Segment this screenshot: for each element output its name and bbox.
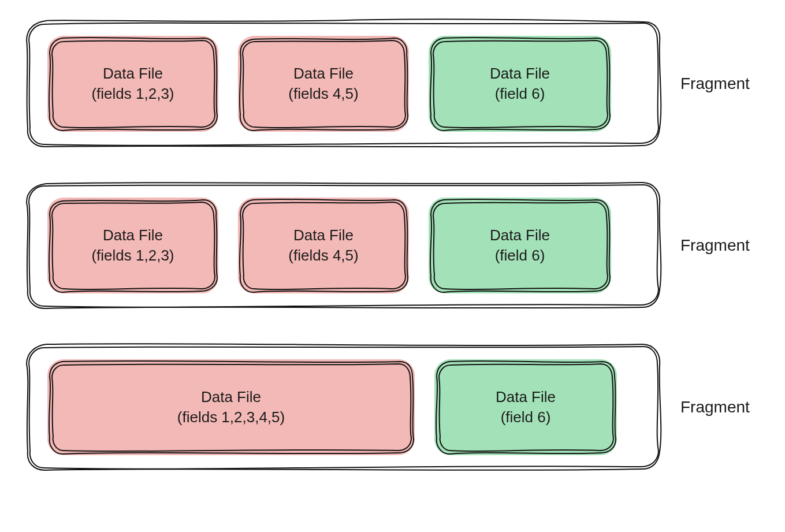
data-file-box: Data File (field 6) [433, 358, 618, 456]
fragment-label: Fragment [680, 75, 750, 93]
data-file-fields: (fields 1,2,3,4,5) [177, 407, 285, 427]
data-file-box: Data File (fields 4,5) [237, 35, 410, 133]
fragment-row: Data File (fields 1,2,3) Data File (fiel… [23, 179, 762, 312]
data-file-box: Data File (fields 1,2,3) [46, 196, 219, 295]
fragment-row: Data File (fields 1,2,3) Data File (fiel… [23, 17, 762, 150]
data-file-title: Data File [103, 225, 163, 245]
data-file-title: Data File [293, 64, 354, 84]
fragment-label: Fragment [680, 236, 750, 255]
data-file-title: Data File [293, 225, 354, 245]
data-file-title: Data File [103, 64, 163, 84]
data-file-box: Data File (field 6) [427, 196, 612, 295]
data-file-fields: (fields 4,5) [288, 84, 358, 104]
data-file-title: Data File [201, 387, 261, 407]
data-file-box: Data File (fields 1,2,3) [46, 35, 219, 133]
data-file-fields: (fields 4,5) [288, 245, 358, 266]
data-file-box: Data File (field 6) [427, 35, 612, 133]
data-file-fields: (fields 1,2,3) [91, 84, 174, 104]
fragment-container: Data File (fields 1,2,3) Data File (fiel… [23, 179, 664, 312]
fragment-row: Data File (fields 1,2,3,4,5) Data File (… [23, 341, 762, 474]
data-file-title: Data File [490, 225, 550, 245]
data-file-fields: (field 6) [495, 84, 545, 104]
data-file-fields: (field 6) [501, 407, 551, 427]
fragment-container: Data File (fields 1,2,3) Data File (fiel… [23, 17, 664, 150]
diagram: Data File (fields 1,2,3) Data File (fiel… [12, 12, 773, 479]
fragment-container: Data File (fields 1,2,3,4,5) Data File (… [23, 341, 664, 474]
data-file-box: Data File (fields 4,5) [237, 196, 410, 295]
data-file-title: Data File [496, 387, 556, 407]
data-file-fields: (fields 1,2,3) [91, 245, 174, 266]
data-file-title: Data File [490, 64, 550, 84]
data-file-fields: (field 6) [495, 245, 545, 266]
data-file-box: Data File (fields 1,2,3,4,5) [46, 358, 416, 456]
fragment-label: Fragment [680, 398, 750, 416]
